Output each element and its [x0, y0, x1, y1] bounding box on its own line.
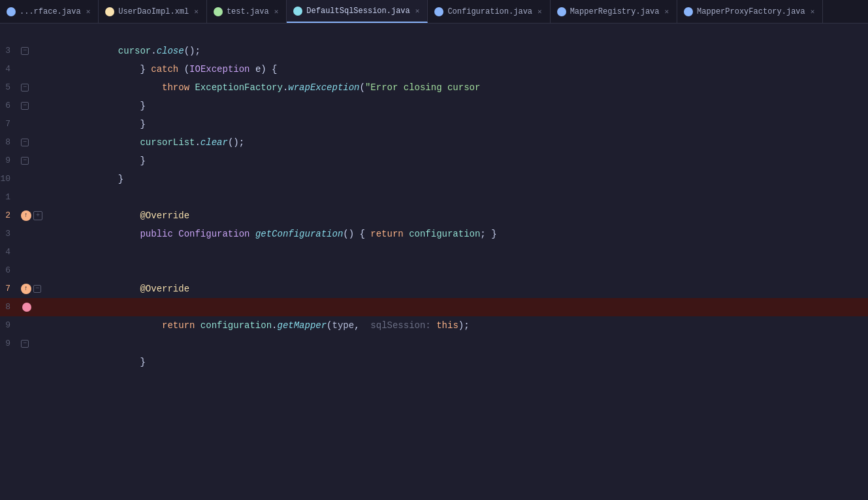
code-line: 5 − }: [0, 78, 868, 97]
line-content: cursorList.clear();: [52, 115, 868, 133]
tab-label: Configuration.java: [447, 7, 532, 16]
line-content: throw ExceptionFactory.wrapException("Er…: [52, 60, 868, 78]
line-content: public <T> T getMapper(Class<T> type) {: [52, 280, 868, 298]
tab-label: ...rface.java: [20, 7, 81, 16]
tab-test[interactable]: test.java ✕: [207, 0, 287, 23]
code-line: 3 − } catch (IOException e) {: [0, 42, 868, 60]
code-line: 6 @Override: [0, 261, 868, 280]
tab-close[interactable]: ✕: [273, 6, 280, 17]
tab-mapperproxyfactory[interactable]: MapperProxyFactory.java ✕: [677, 0, 823, 23]
code-line: 4: [0, 243, 868, 261]
line-number: 3: [0, 225, 18, 243]
line-gutter: −: [18, 47, 52, 55]
tab-close[interactable]: ✕: [809, 6, 816, 17]
tab-label: DefaultSqlSession.java: [306, 7, 410, 16]
tab-close[interactable]: ✕: [414, 5, 421, 16]
line-content: }: [52, 152, 868, 170]
line-number: 9: [0, 152, 18, 170]
editor: cursor.close(); 3 − } catch (IOException…: [0, 24, 868, 500]
line-number: 10: [0, 170, 18, 188]
tab-label: MapperRegistry.java: [570, 7, 660, 16]
line-number: 7: [0, 115, 18, 133]
line-gutter: ↑ +: [18, 210, 52, 221]
code-line: 8 − }: [0, 133, 868, 152]
tab-icon: [7, 7, 16, 16]
code-line: 10: [0, 170, 868, 188]
tab-userdaoimpl[interactable]: UserDaoImpl.xml ✕: [99, 0, 207, 23]
line-gutter: −: [18, 157, 52, 165]
warning-icon: ↑: [21, 284, 31, 294]
line-gutter: −: [18, 84, 52, 92]
tab-icon: [684, 7, 693, 16]
line-number: 8: [0, 298, 18, 316]
code-line: 7 ↑ − public <T> T getMapper(Class<T> ty…: [0, 280, 868, 298]
tab-label: MapperProxyFactory.java: [697, 7, 805, 16]
line-gutter: −: [18, 340, 52, 348]
line-content: } catch (IOException e) {: [52, 42, 868, 60]
line-number: 1: [0, 188, 18, 207]
code-area: cursor.close(); 3 − } catch (IOException…: [0, 24, 868, 500]
line-content: [52, 170, 868, 188]
line-content: @Override: [52, 261, 868, 280]
tab-label: UserDaoImpl.xml: [118, 7, 189, 16]
tab-configuration[interactable]: Configuration.java ✕: [428, 0, 550, 23]
line-content: @Override: [52, 188, 868, 207]
line-number: 9: [0, 335, 18, 353]
fold-icon[interactable]: −: [33, 285, 41, 293]
breakpoint-icon[interactable]: [22, 303, 31, 312]
line-content: [52, 316, 868, 335]
line-content: [52, 243, 868, 261]
line-number: 2: [0, 207, 18, 225]
line-number: 7: [0, 280, 18, 298]
line-content: }: [52, 133, 868, 152]
fold-icon[interactable]: −: [21, 47, 29, 55]
line-content: cursor.close();: [52, 24, 868, 42]
fold-icon[interactable]: −: [21, 340, 29, 348]
line-number: 4: [0, 60, 18, 78]
line-number: 9: [0, 316, 18, 335]
line-number: 8: [0, 133, 18, 152]
tab-close[interactable]: ✕: [193, 6, 200, 17]
code-line: 9 − }: [0, 152, 868, 170]
line-content: }: [52, 97, 868, 115]
tab-icon: [105, 7, 114, 16]
tab-icon: [293, 7, 302, 16]
app-root: ...rface.java ✕ UserDaoImpl.xml ✕ test.j…: [0, 0, 868, 500]
line-content: public Configuration getConfiguration() …: [52, 207, 868, 225]
line-gutter: ↑ −: [18, 284, 52, 294]
tab-close[interactable]: ✕: [663, 6, 670, 17]
tab-mapperregistry[interactable]: MapperRegistry.java ✕: [551, 0, 677, 23]
line-content: return configuration.getMapper(type, sql…: [52, 298, 868, 316]
fold-icon[interactable]: −: [21, 84, 29, 92]
line-number: 5: [0, 78, 18, 97]
fold-icon[interactable]: +: [33, 211, 42, 220]
line-number: 4: [0, 243, 18, 261]
line-content: [52, 225, 868, 243]
fold-icon[interactable]: −: [21, 139, 29, 146]
line-number: 6: [0, 97, 18, 115]
line-gutter: −: [18, 139, 52, 146]
fold-icon[interactable]: −: [21, 102, 29, 110]
line-gutter: −: [18, 102, 52, 110]
code-line: 2 ↑ + public Configuration getConfigurat…: [0, 207, 868, 225]
code-line: 7 cursorList.clear();: [0, 115, 868, 133]
tab-close[interactable]: ✕: [536, 6, 543, 17]
tab-rface[interactable]: ...rface.java ✕: [0, 0, 99, 23]
line-content: }: [52, 335, 868, 353]
fold-icon[interactable]: −: [21, 157, 29, 165]
code-line: 9 − }: [0, 335, 868, 353]
code-line-breakpoint: 8 return configuration.getMapper(type, s…: [0, 298, 868, 316]
code-line: 9: [0, 316, 868, 335]
tab-icon: [434, 7, 443, 16]
warning-icon: ↑: [21, 210, 31, 221]
tab-defaultsqlsession[interactable]: DefaultSqlSession.java ✕: [287, 0, 428, 23]
line-gutter: [18, 303, 52, 312]
line-content: }: [52, 78, 868, 97]
tab-close[interactable]: ✕: [85, 6, 92, 17]
code-line: 6 − }: [0, 97, 868, 115]
tab-label: test.java: [227, 7, 269, 16]
tab-icon: [557, 7, 566, 16]
code-line: 4 throw ExceptionFactory.wrapException("…: [0, 60, 868, 78]
line-number: 6: [0, 261, 18, 280]
tab-icon: [214, 7, 223, 16]
